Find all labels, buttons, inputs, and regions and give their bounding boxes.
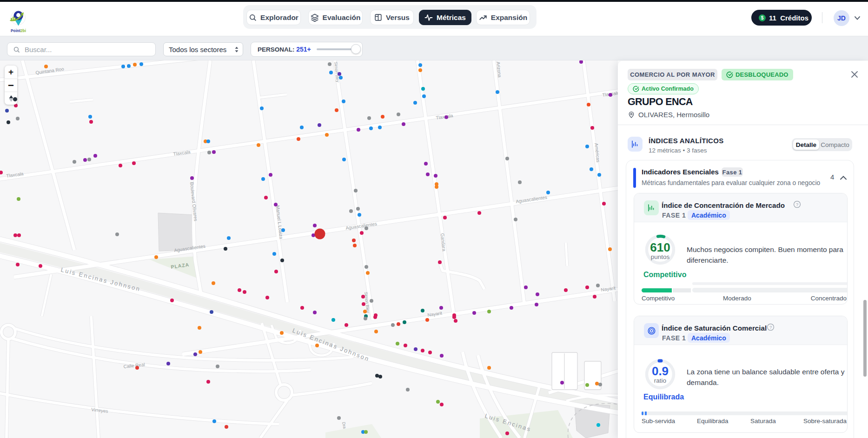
svg-text:?: ? bbox=[769, 325, 772, 330]
svg-text:?: ? bbox=[796, 202, 798, 207]
svg-text:Point2bi: Point2bi bbox=[11, 29, 26, 33]
